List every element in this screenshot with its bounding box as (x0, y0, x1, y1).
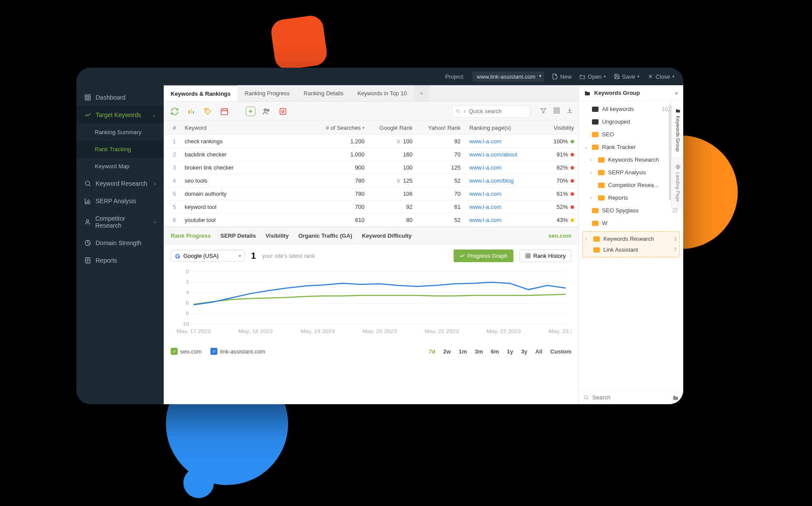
range-7d[interactable]: 7d (429, 348, 435, 355)
search-input[interactable] (469, 108, 526, 114)
folder-icon (592, 145, 599, 150)
sidebar-item-reports[interactable]: Reports (76, 252, 164, 269)
collapse-icon[interactable]: » (675, 90, 678, 96)
keywords-table: # Keyword # of Searches ▾ Google Rank Ya… (164, 121, 578, 227)
chart-toolbar: Google (USA) 1 your site's latest rank P… (164, 244, 578, 267)
svg-text:May, 18 2023: May, 18 2023 (238, 329, 272, 334)
table-row[interactable]: 2 backlink checker 1,000 160 70 www.l-a.… (164, 148, 578, 161)
group-item[interactable]: ›Reports16 (579, 191, 683, 204)
users-icon[interactable] (261, 106, 272, 117)
range-2w[interactable]: 2w (443, 348, 451, 355)
svg-rect-20 (526, 254, 530, 258)
drag-target[interactable]: ›Keywords Research3Link Assistant7 (582, 231, 680, 257)
close-button[interactable]: Close▾ (647, 73, 674, 80)
folder-icon (592, 119, 599, 125)
legend-link-assistant[interactable]: ✓link-assistant.com (210, 348, 265, 355)
table-row[interactable]: 3 broken link checker 900 100 125 www.l-… (164, 161, 578, 174)
group-item[interactable]: SEO Spyglass22 (579, 204, 683, 217)
panel-search-input[interactable] (592, 394, 669, 401)
brand-label: seo.com (548, 232, 571, 239)
legend-seo[interactable]: ✓seo.com (171, 348, 202, 355)
svg-rect-1 (88, 95, 90, 97)
svg-point-14 (457, 110, 459, 112)
search-engine-select[interactable]: Google (USA) (171, 250, 245, 262)
range-6m[interactable]: 6m (491, 348, 499, 355)
range-3y[interactable]: 3y (521, 348, 527, 355)
search-field[interactable]: ▾ (452, 105, 530, 118)
table-row[interactable]: 1 check rankings 1,200 ♛100 92 www.l-a.c… (164, 135, 578, 148)
range-3m[interactable]: 3m (475, 348, 483, 355)
subtab-organic-traffic[interactable]: Organic Traffic (GA) (298, 232, 352, 239)
sidebar-item-target-keywords[interactable]: Target Keywords⌄ (76, 106, 164, 124)
refresh-icon[interactable] (169, 106, 180, 117)
analytics-icon[interactable] (186, 106, 197, 117)
calendar-icon[interactable] (219, 106, 230, 117)
download-icon[interactable] (566, 107, 573, 116)
tab-keywords-rankings[interactable]: Keywords & Rankings (164, 85, 237, 101)
target-icon[interactable] (277, 106, 289, 117)
group-item[interactable]: All keywords10,000 (579, 103, 683, 115)
tab-keywords-top10[interactable]: Keywords in Top 10 (351, 85, 414, 101)
svg-text:6: 6 (186, 301, 189, 305)
range-Custom[interactable]: Custom (551, 348, 571, 355)
subtab-visibility[interactable]: Visibility (265, 232, 289, 239)
crown-icon: ♛ (396, 138, 401, 145)
project-select[interactable]: www.link-assistant.com (472, 72, 544, 82)
svg-rect-9 (221, 109, 228, 114)
progress-graph-button[interactable]: Progress Graph (454, 250, 513, 262)
table-row[interactable]: 5 domain authority 780 106 70 www.l-a.co… (164, 187, 578, 201)
vtab-keywords-group[interactable]: Keywords Group (672, 102, 683, 158)
sidebar-item-domain-strength[interactable]: Domain Strength (76, 234, 164, 252)
sidebar-item-rank-tracking[interactable]: Rank Tracking (76, 141, 164, 158)
subtab-rank-progress[interactable]: Rank Progress (171, 232, 211, 239)
sidebar-item-keyword-map[interactable]: Keyword Map (76, 158, 164, 175)
folder-icon (598, 170, 605, 175)
range-1m[interactable]: 1m (459, 348, 467, 355)
scrollbar[interactable] (669, 104, 671, 201)
table-row[interactable]: 5 keyword tool 700 92 61 www.l-a.com 52% (164, 201, 578, 214)
subtab-keyword-difficulty[interactable]: Keyword Difficulty (362, 232, 412, 239)
panel-search[interactable] (579, 390, 683, 404)
tab-add[interactable]: + (414, 85, 430, 101)
table-row[interactable]: 4 seo tools 780 ♛125 52 www.l-a.com/blog… (164, 174, 578, 187)
sidebar-item-competitor-research[interactable]: Competitor Research› (76, 210, 164, 234)
group-item[interactable]: W (579, 217, 683, 229)
sidebar-item-dashboard[interactable]: Dashboard (76, 89, 164, 106)
sidebar-item-ranking-summary[interactable]: Ranking Summary (76, 124, 164, 141)
main-tabs: Keywords & Rankings Ranking Progress Ran… (164, 85, 578, 102)
range-All[interactable]: All (535, 348, 543, 355)
group-item[interactable]: ›Keywords Research3 (579, 153, 683, 166)
tab-ranking-details[interactable]: Ranking Details (297, 85, 351, 101)
sidebar: Dashboard Target Keywords⌄ Ranking Summa… (76, 85, 164, 404)
sidebar-item-serp-analysis[interactable]: SERP Analysis (76, 192, 164, 210)
svg-text:0: 0 (186, 269, 189, 274)
group-item[interactable]: ›SERP Analysis3 (579, 166, 683, 179)
tag-icon[interactable] (202, 106, 213, 117)
keywords-group-panel: Keywords Group » All keywords10,000Ungro… (578, 85, 683, 404)
tab-ranking-progress[interactable]: Ranking Progress (237, 85, 296, 101)
group-item[interactable]: ⌄Rank Tracker215 (579, 141, 683, 153)
open-button[interactable]: Open▾ (579, 73, 606, 80)
vtab-landing-page[interactable]: Landing Page (672, 158, 683, 208)
sidebar-item-keyword-research[interactable]: Keyword Research› (76, 175, 164, 192)
group-item[interactable]: Competitor Resea...7 (579, 179, 683, 191)
grid-icon[interactable] (553, 107, 560, 116)
svg-point-13 (282, 110, 284, 112)
svg-text:May, 20 2023: May, 20 2023 (362, 329, 396, 334)
subtab-serp-details[interactable]: SERP Details (220, 232, 256, 239)
range-1y[interactable]: 1y (507, 348, 513, 355)
add-keyword-button[interactable]: + (246, 107, 255, 116)
folder-icon (592, 208, 599, 213)
titlebar: Project: www.link-assistant.com New Open… (76, 68, 683, 85)
rank-history-button[interactable]: Rank History (520, 250, 571, 262)
new-button[interactable]: New (552, 73, 571, 80)
folder-icon (592, 132, 599, 137)
detail-tabs: Rank Progress SERP Details Visibility Or… (164, 227, 578, 244)
group-item[interactable]: SEO16 (579, 128, 683, 141)
group-item[interactable]: Ungrouped16 (579, 115, 683, 128)
filter-icon[interactable] (540, 107, 547, 116)
folder-icon (592, 221, 599, 226)
save-button[interactable]: Save▾ (614, 73, 640, 80)
svg-text:May, 19 2023: May, 19 2023 (300, 329, 334, 334)
table-row[interactable]: 6 youtube tool 610 80 52 www.l-a.com 43% (164, 214, 578, 227)
